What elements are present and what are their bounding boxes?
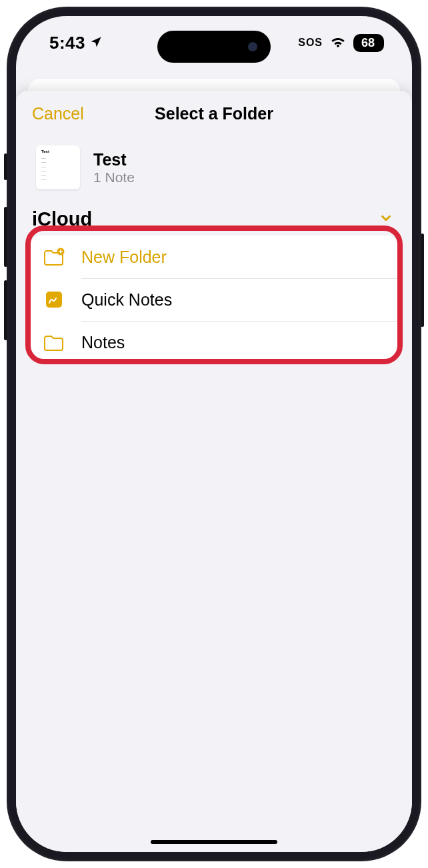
dynamic-island [157,31,271,63]
svg-rect-1 [46,292,62,308]
note-name: Test [93,150,135,169]
battery-level: 68 [361,36,375,50]
new-folder-row[interactable]: New Folder [29,236,399,278]
notes-row[interactable]: Notes [29,321,399,364]
cancel-button[interactable]: Cancel [32,104,84,123]
folder-label: Quick Notes [81,290,172,310]
section-header-icloud[interactable]: iCloud [16,197,412,236]
volume-down-button [4,280,7,340]
modal-header: Cancel Select a Folder [16,93,412,133]
battery-indicator: 68 [353,34,384,52]
mute-switch [4,153,7,180]
location-icon [89,33,103,53]
power-button [421,234,424,327]
folder-list: New Folder Quick Notes [29,236,399,364]
sos-indicator: SOS [298,37,323,49]
iphone-frame: 5:43 SOS 68 Cancel Select a Folder [7,7,421,861]
new-folder-icon [41,248,67,266]
section-label: iCloud [32,208,92,230]
quick-notes-row[interactable]: Quick Notes [29,278,399,321]
volume-up-button [4,207,7,267]
folder-label: Notes [81,333,125,352]
note-thumbnail: Test ──────────── [36,145,80,189]
wifi-icon [329,35,347,51]
folder-label: New Folder [81,248,167,267]
select-folder-modal: Cancel Select a Folder Test ────────────… [16,91,412,852]
status-time: 5:43 [49,33,85,53]
chevron-down-icon [379,211,393,228]
folder-icon [41,333,67,352]
quick-notes-icon [41,290,67,310]
screen: 5:43 SOS 68 Cancel Select a Folder [16,16,412,852]
home-indicator[interactable] [151,840,277,844]
modal-title: Select a Folder [155,104,273,123]
note-summary: Test ──────────── Test 1 Note [16,133,412,197]
note-count: 1 Note [93,169,135,185]
